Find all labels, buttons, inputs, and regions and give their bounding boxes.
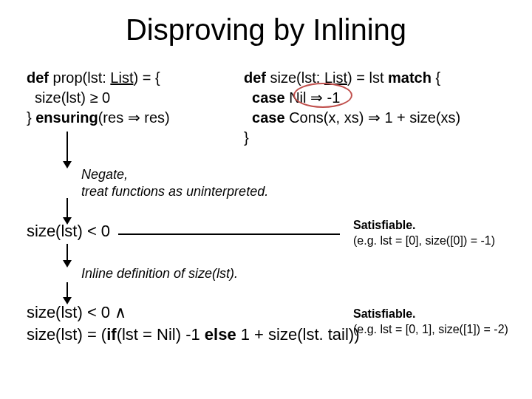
arrow-head-icon bbox=[63, 161, 72, 168]
code-line: case Cons(x, xs) ⇒ 1 + size(xs) bbox=[244, 108, 460, 128]
slide-title: Disproving by Inlining bbox=[0, 13, 532, 47]
horizontal-line bbox=[118, 233, 340, 235]
kw-else: else bbox=[205, 325, 236, 344]
sat-head: Satisfiable. bbox=[353, 307, 415, 320]
text: Nil ⇒ -1 bbox=[285, 89, 341, 106]
code-line: def prop(lst: List) = { bbox=[27, 68, 170, 88]
text: (lst = Nil) -1 bbox=[117, 325, 205, 344]
arrow-vertical bbox=[66, 282, 68, 299]
type-list: List bbox=[110, 69, 133, 86]
kw-case: case bbox=[244, 109, 285, 126]
code-line: size(lst) < 0 ∧ bbox=[27, 301, 360, 324]
sat-body: (e.g. lst = [0, 1], size([1]) = -2) bbox=[353, 322, 508, 338]
arrow-vertical bbox=[66, 198, 68, 219]
text: ) = { bbox=[133, 69, 160, 86]
code-left-block: def prop(lst: List) = { size(lst) ≥ 0 } … bbox=[27, 68, 170, 128]
sat-result-1: Satisfiable. (e.g. lst = [0], size([0]) … bbox=[353, 218, 495, 249]
code-line: } bbox=[244, 128, 460, 148]
text: prop(lst: bbox=[49, 69, 110, 86]
code-line: size(lst) ≥ 0 bbox=[27, 88, 170, 108]
kw-case: case bbox=[244, 89, 285, 106]
text: ) = lst bbox=[347, 69, 388, 86]
kw-def: def bbox=[27, 69, 49, 86]
formula-negated: size(lst) < 0 bbox=[27, 222, 110, 241]
text: Cons(x, xs) ⇒ 1 + size(xs) bbox=[285, 109, 461, 126]
kw-ensuring: ensuring bbox=[35, 109, 98, 126]
slide: Disproving by Inlining def prop(lst: Lis… bbox=[0, 0, 532, 399]
code-right-block: def size(lst: List) = lst match { case N… bbox=[244, 68, 460, 148]
text: size(lst) = ( bbox=[27, 325, 106, 344]
note-negate: Negate, treat functions as uninterpreted… bbox=[81, 166, 268, 200]
type-list: List bbox=[324, 69, 347, 86]
sat-head: Satisfiable. bbox=[353, 219, 415, 231]
note-inline: Inline definition of size(lst). bbox=[81, 266, 238, 282]
formula-inlined: size(lst) < 0 ∧ size(lst) = (if(lst = Ni… bbox=[27, 301, 360, 345]
kw-def: def bbox=[244, 69, 266, 86]
arrow-vertical bbox=[66, 132, 68, 163]
arrow-vertical bbox=[66, 244, 68, 262]
code-line: } ensuring(res ⇒ res) bbox=[27, 108, 170, 128]
text: } bbox=[27, 109, 35, 126]
sat-body: (e.g. lst = [0], size([0]) = -1) bbox=[353, 233, 495, 249]
code-line: size(lst) = (if(lst = Nil) -1 else 1 + s… bbox=[27, 324, 360, 346]
text: (res ⇒ res) bbox=[98, 109, 170, 126]
kw-if: if bbox=[106, 325, 116, 344]
text: 1 + size(lst. tail)) bbox=[236, 325, 360, 344]
kw-match: match bbox=[388, 69, 432, 86]
text: { bbox=[432, 69, 440, 86]
arrow-head-icon bbox=[63, 260, 72, 267]
text: size(lst: bbox=[266, 69, 324, 86]
sat-result-2: Satisfiable. (e.g. lst = [0, 1], size([1… bbox=[353, 307, 508, 338]
text: Negate, bbox=[81, 166, 268, 183]
text: size(lst) < 0 bbox=[27, 303, 115, 321]
code-line: case Nil ⇒ -1 bbox=[244, 88, 460, 108]
code-line: def size(lst: List) = lst match { bbox=[244, 68, 460, 88]
and-symbol: ∧ bbox=[115, 303, 126, 321]
text: treat functions as uninterpreted. bbox=[81, 183, 268, 200]
